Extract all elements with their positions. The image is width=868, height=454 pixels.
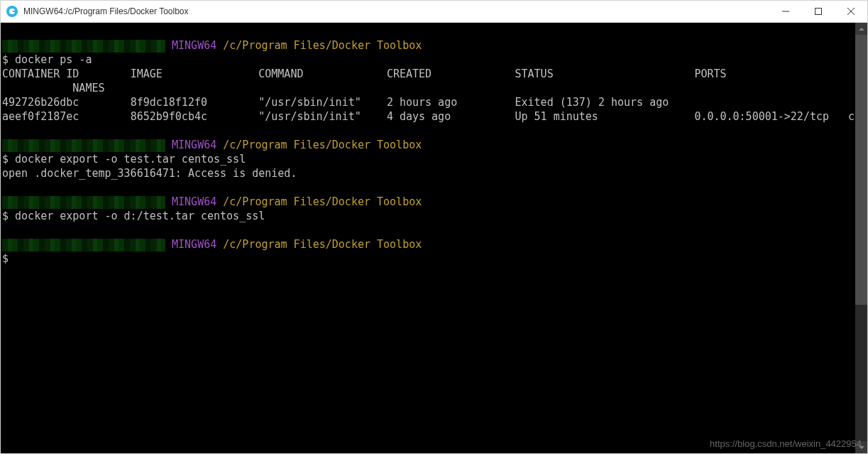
prompt-line: MINGW64 /c/Program Files/Docker Toolbox xyxy=(2,138,855,152)
cwd-path: /c/Program Files/Docker Toolbox xyxy=(223,238,422,251)
cell-command: "/usr/sbin/init" xyxy=(258,96,361,109)
redacted-user-host xyxy=(2,40,165,53)
app-icon xyxy=(6,6,18,17)
window-frame: MINGW64:/c/Program Files/Docker Toolbox … xyxy=(0,0,868,454)
prompt-line: MINGW64 /c/Program Files/Docker Toolbox xyxy=(2,237,855,252)
cell-command: "/usr/sbin/init" xyxy=(258,110,361,123)
window-controls xyxy=(769,1,867,22)
svg-rect-1 xyxy=(815,9,822,15)
scroll-up-button[interactable] xyxy=(855,23,867,35)
scrollbar[interactable] xyxy=(855,23,867,453)
terminal-line xyxy=(2,124,855,138)
col-status: STATUS xyxy=(515,67,554,80)
cell-ports-names: 0.0.0.0:50001->22/tcp centos_ssl xyxy=(694,110,855,123)
shell-name: MINGW64 xyxy=(172,238,216,251)
command-line: $ docker export -o d:/test.tar centos_ss… xyxy=(2,209,855,223)
cell-container-id: aeef0f2187ec xyxy=(2,110,79,123)
window-title: MINGW64:/c/Program Files/Docker Toolbox xyxy=(23,6,769,16)
col-image: IMAGE xyxy=(131,67,163,80)
table-header-line: CONTAINER ID IMAGE COMMAND CREATED STATU… xyxy=(2,67,855,95)
terminal-line xyxy=(2,24,855,38)
command-line: $ docker export -o test.tar centos_ssl xyxy=(2,152,855,166)
terminal-line xyxy=(2,180,855,195)
prompt-symbol: $ xyxy=(2,210,9,222)
prompt-symbol: $ xyxy=(2,153,9,166)
command-text: docker ps -a xyxy=(9,53,92,66)
table-row: aeef0f2187ec 8652b9f0cb4c "/usr/sbin/ini… xyxy=(2,109,855,124)
prompt-line: MINGW64 /c/Program Files/Docker Toolbox xyxy=(2,38,855,53)
terminal[interactable]: MINGW64 /c/Program Files/Docker Toolbox$… xyxy=(1,23,855,453)
cell-container-id: 492726b26dbc xyxy=(2,96,79,109)
redacted-user-host xyxy=(2,139,165,152)
prompt-symbol: $ xyxy=(2,252,9,265)
cell-created: 4 days ago xyxy=(387,110,451,123)
col-created: CREATED xyxy=(387,67,432,80)
command-line: $ docker ps -a xyxy=(2,53,855,67)
col-ports: PORTS xyxy=(694,67,726,80)
command-text: docker export -o test.tar centos_ssl xyxy=(9,153,246,166)
col-container-id: CONTAINER ID xyxy=(2,67,79,80)
prompt-line: MINGW64 /c/Program Files/Docker Toolbox xyxy=(2,195,855,209)
titlebar[interactable]: MINGW64:/c/Program Files/Docker Toolbox xyxy=(1,1,867,23)
svg-marker-4 xyxy=(859,28,864,31)
minimize-button[interactable] xyxy=(769,1,802,22)
terminal-line xyxy=(2,223,855,237)
command-line: $ xyxy=(2,252,855,266)
minimize-icon xyxy=(782,8,789,15)
shell-name: MINGW64 xyxy=(172,195,216,208)
cell-created: 2 hours ago xyxy=(387,96,457,109)
close-icon xyxy=(847,8,855,15)
cell-status: Exited (137) 2 hours ago xyxy=(515,96,669,109)
shell-name: MINGW64 xyxy=(172,39,216,52)
shell-name: MINGW64 xyxy=(172,139,216,151)
scroll-down-button[interactable] xyxy=(855,441,867,453)
cwd-path: /c/Program Files/Docker Toolbox xyxy=(223,39,422,52)
redacted-user-host xyxy=(2,196,165,209)
maximize-button[interactable] xyxy=(802,1,835,22)
maximize-icon xyxy=(815,8,822,15)
redacted-user-host xyxy=(2,239,165,252)
command-text: docker export -o d:/test.tar centos_ssl xyxy=(9,210,265,222)
terminal-wrapper: MINGW64 /c/Program Files/Docker Toolbox$… xyxy=(1,23,867,453)
col-names: NAMES xyxy=(72,82,104,94)
col-command: COMMAND xyxy=(258,67,303,80)
chevron-up-icon xyxy=(859,28,864,31)
prompt-symbol: $ xyxy=(2,53,9,66)
output-line: open .docker_temp_336616471: Access is d… xyxy=(2,166,855,180)
cell-image: 8652b9f0cb4c xyxy=(131,110,207,123)
svg-marker-5 xyxy=(859,446,864,449)
cwd-path: /c/Program Files/Docker Toolbox xyxy=(223,195,422,208)
scroll-thumb[interactable] xyxy=(855,35,867,305)
cell-image: 8f9dc18f12f0 xyxy=(131,96,207,109)
chevron-down-icon xyxy=(859,446,864,449)
close-button[interactable] xyxy=(835,1,867,22)
table-row: 492726b26dbc 8f9dc18f12f0 "/usr/sbin/ini… xyxy=(2,95,855,109)
cwd-path: /c/Program Files/Docker Toolbox xyxy=(223,139,422,151)
cell-status: Up 51 minutes xyxy=(515,110,598,123)
